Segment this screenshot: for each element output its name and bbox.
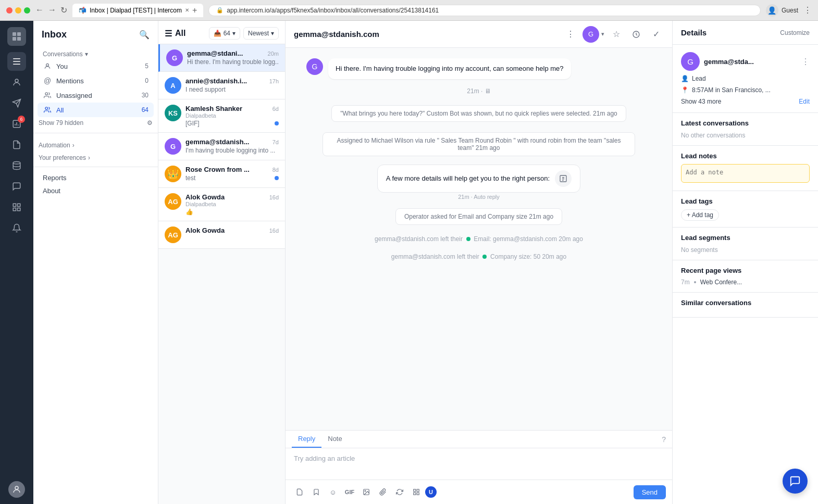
automation-item[interactable]: Automation › bbox=[33, 137, 158, 150]
page-view-dot-1 bbox=[694, 281, 696, 283]
reply-input[interactable]: Try adding an article bbox=[286, 448, 672, 480]
conv-time-6: 16d bbox=[269, 194, 279, 200]
conv-item-4[interactable]: G gemma@stdanish... 7d I'm having troubl… bbox=[158, 133, 285, 160]
emoji-tool[interactable]: ☺ bbox=[325, 484, 341, 500]
your-preferences-item[interactable]: Your preferences › bbox=[33, 150, 158, 162]
close-button[interactable] bbox=[6, 7, 13, 14]
forward-button[interactable]: → bbox=[48, 5, 56, 15]
conversations-chevron: ▾ bbox=[85, 51, 88, 58]
sidebar-item-unassigned[interactable]: Unassigned 30 bbox=[38, 88, 154, 103]
article-tool[interactable] bbox=[292, 484, 307, 500]
note-tab[interactable]: Note bbox=[321, 431, 348, 448]
send-button[interactable]: Send bbox=[634, 485, 666, 499]
similar-conversations-title: Similar conversations bbox=[681, 299, 810, 307]
chat-bubble-button[interactable] bbox=[783, 469, 808, 494]
image-tool[interactable] bbox=[358, 484, 374, 500]
about-link[interactable]: About bbox=[38, 184, 154, 197]
page-view-time-1: 7m bbox=[681, 279, 690, 286]
conv-content-2: annie@stdanish.i... 17h I need support bbox=[185, 77, 279, 94]
sender-avatar-1: G bbox=[306, 58, 323, 75]
conv-item-2[interactable]: A annie@stdanish.i... 17h I need support bbox=[158, 72, 285, 99]
star-icon[interactable]: ☆ bbox=[609, 27, 624, 42]
conv-item-6[interactable]: AG Alok Gowda 16d Dialpadbeta 👍 bbox=[158, 188, 285, 221]
guest-profile[interactable]: 👤 Guest bbox=[766, 4, 798, 17]
reports-link[interactable]: Reports bbox=[38, 171, 154, 184]
chat-header-actions: ⋮ G ▾ ☆ ✓ bbox=[563, 26, 664, 43]
nav-chat[interactable] bbox=[7, 177, 26, 196]
svg-rect-20 bbox=[417, 489, 419, 492]
svg-rect-22 bbox=[417, 493, 419, 495]
conv-item-1[interactable]: G gemma@stdani... 20m Hi there. I'm havi… bbox=[158, 44, 285, 72]
sidebar-item-all[interactable]: All 64 bbox=[38, 103, 154, 117]
conv-preview-4: I'm having trouble logging into ... bbox=[185, 147, 279, 154]
filter-count-btn[interactable]: 📥 64 ▾ bbox=[209, 27, 240, 40]
settings-icon[interactable]: ⚙ bbox=[147, 119, 153, 127]
check-icon[interactable]: ✓ bbox=[648, 27, 664, 42]
nav-notifications[interactable] bbox=[7, 219, 26, 237]
sort-btn[interactable]: Newest ▾ bbox=[243, 27, 279, 40]
attachment-tool[interactable] bbox=[375, 484, 391, 500]
back-button[interactable]: ← bbox=[35, 5, 44, 15]
lead-segments-title: Lead segments bbox=[681, 234, 810, 242]
u-badge[interactable]: U bbox=[425, 486, 437, 498]
nav-articles[interactable] bbox=[7, 135, 26, 154]
nav-contacts[interactable] bbox=[7, 73, 26, 92]
timer-icon[interactable] bbox=[628, 27, 644, 42]
lead-segments-section: Lead segments No segments bbox=[673, 228, 818, 260]
search-icon[interactable]: 🔍 bbox=[139, 30, 150, 40]
bookmark-tool[interactable] bbox=[308, 484, 324, 500]
svg-rect-10 bbox=[18, 208, 20, 211]
browser-menu-icon[interactable]: ⋮ bbox=[803, 5, 812, 15]
window-controls bbox=[6, 7, 30, 14]
conv-content-7: Alok Gowda 16d bbox=[185, 226, 279, 243]
help-icon[interactable]: ? bbox=[662, 431, 666, 448]
lead-note-input[interactable] bbox=[681, 164, 810, 183]
conv-content-6: Alok Gowda 16d Dialpadbeta 👍 bbox=[185, 193, 279, 216]
more-options-icon[interactable]: ⋮ bbox=[563, 27, 578, 42]
new-tab-button[interactable]: + bbox=[192, 6, 197, 15]
show-more-link[interactable]: Show 43 more Edit bbox=[681, 98, 810, 105]
add-tag-button[interactable]: + Add tag bbox=[681, 209, 719, 221]
inbox-icon: 📥 bbox=[214, 30, 221, 37]
conv-time-4: 7d bbox=[272, 139, 279, 145]
tab-close-icon[interactable]: ✕ bbox=[185, 7, 189, 13]
nav-outbound[interactable] bbox=[7, 94, 26, 112]
nav-inbox[interactable] bbox=[7, 52, 26, 71]
gif-tool[interactable]: GIF bbox=[342, 484, 357, 500]
maximize-button[interactable] bbox=[24, 7, 30, 14]
conversations-group-label[interactable]: Conversations ▾ bbox=[38, 46, 154, 59]
reply-tab[interactable]: Reply bbox=[292, 431, 321, 448]
sidebar-item-mentions[interactable]: @ Mentions 0 bbox=[38, 73, 154, 88]
conv-item-5[interactable]: 👑 Rose Crown from ... 8d test bbox=[158, 160, 285, 188]
nav-reports[interactable]: 6 bbox=[7, 115, 26, 133]
customize-link[interactable]: Customize bbox=[780, 29, 810, 36]
app-logo[interactable] bbox=[7, 27, 26, 46]
nav-data[interactable] bbox=[7, 156, 26, 175]
user-avatar[interactable] bbox=[8, 481, 25, 498]
filter-count: 64 bbox=[224, 30, 230, 37]
latest-conversations-title: Latest conversations bbox=[681, 119, 810, 127]
reload-button[interactable]: ↻ bbox=[60, 5, 67, 15]
assignee-btn[interactable]: G ▾ bbox=[582, 26, 604, 43]
address-bar[interactable]: 🔒 app.intercom.io/a/apps/f5knex5a/inbox/… bbox=[208, 5, 761, 16]
edit-link[interactable]: Edit bbox=[799, 98, 810, 105]
conv-item-7[interactable]: AG Alok Gowda 16d bbox=[158, 221, 285, 249]
reload-tool[interactable] bbox=[392, 484, 407, 500]
minimize-button[interactable] bbox=[15, 7, 21, 14]
grid-tool[interactable] bbox=[408, 484, 424, 500]
contact-location: 8:57AM in San Francisco, ... bbox=[692, 86, 771, 94]
sidebar-item-you[interactable]: You 5 bbox=[38, 59, 154, 73]
conv-avatar-6: AG bbox=[165, 193, 181, 210]
conv-content-1: gemma@stdani... 20m Hi there. I'm having… bbox=[187, 49, 279, 66]
contact-location-row: 📍 8:57AM in San Francisco, ... bbox=[681, 86, 810, 94]
hamburger-icon[interactable]: ☰ bbox=[165, 29, 172, 39]
contact-name: gemma@stda... bbox=[704, 58, 797, 66]
nav-apps[interactable] bbox=[7, 198, 26, 217]
contact-more-icon[interactable]: ⋮ bbox=[801, 57, 810, 67]
browser-tab[interactable]: 📬 Inbox | Dialpad [TEST] | Intercom ✕ + bbox=[72, 4, 203, 17]
conv-item-3[interactable]: KS Kamlesh Shanker 6d Dialpadbeta [GIF] bbox=[158, 99, 285, 133]
show-hidden-button[interactable]: Show 79 hidden ⚙ bbox=[33, 117, 158, 129]
all-icon bbox=[43, 105, 52, 115]
contact-avatar: G bbox=[681, 52, 700, 71]
conv-avatar-5: 👑 bbox=[165, 166, 181, 182]
